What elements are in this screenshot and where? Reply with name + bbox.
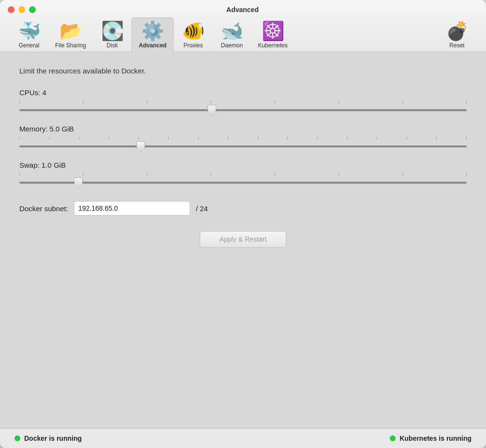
tick [211,101,211,103]
memory-slider[interactable] [19,145,467,147]
tick [198,137,199,140]
tab-file-sharing[interactable]: 📂 File Sharing [48,18,93,52]
tab-advanced-label: Advanced [139,42,166,49]
tick [275,173,275,176]
tab-general[interactable]: 🐳 General [10,18,48,52]
tick [287,137,288,140]
tab-general-label: General [19,42,40,49]
tick [466,101,467,103]
tab-proxies[interactable]: 🐠 Proxies [174,18,212,52]
disk-icon: 💽 [101,22,124,40]
tab-kubernetes[interactable]: ☸️ Kubernetes [251,18,294,52]
swap-label: Swap: 1.0 GiB [19,161,467,169]
tab-disk-label: Disk [106,42,118,49]
tick [138,137,139,140]
tick [402,101,403,103]
kubernetes-icon: ☸️ [262,22,284,40]
docker-status: Docker is running [15,434,82,442]
tick [339,173,339,176]
subnet-section: Docker subnet: / 24 [19,201,467,216]
tab-daemon[interactable]: 🐋 Daemon [212,18,251,52]
memory-slider-wrapper [19,137,467,149]
tab-kubernetes-label: Kubernetes [258,42,287,49]
file-sharing-icon: 📂 [59,22,82,40]
cpu-label: CPUs: 4 [19,88,467,97]
tab-file-sharing-label: File Sharing [55,42,86,49]
tick [275,101,275,103]
tick [19,101,20,103]
tab-reset-label: Reset [449,42,464,49]
docker-status-indicator [15,435,20,441]
cpu-section: CPUs: 4 [19,88,467,113]
status-bar: Docker is running Kubernetes is running [0,428,486,448]
tick [211,173,211,176]
title-bar: Advanced 🐳 General 📂 File Sharing 💽 Disk… [0,0,486,52]
general-icon: 🐳 [18,22,41,40]
tick [407,137,407,140]
cpu-slider[interactable] [19,109,467,111]
cpu-slider-wrapper [19,101,467,113]
tab-reset[interactable]: 💣 Reset [438,18,476,52]
memory-section: Memory: 5.0 GiB [19,125,467,149]
tab-disk[interactable]: 💽 Disk [93,18,132,52]
tick [147,101,147,103]
tick [466,137,467,140]
apply-section: Apply & Restart [19,231,467,247]
tab-daemon-label: Daemon [221,42,243,49]
tab-proxies-label: Proxies [183,42,203,49]
swap-ticks [19,173,467,176]
tick [436,137,437,140]
swap-slider[interactable] [19,182,467,184]
subnet-label: Docker subnet: [19,204,68,213]
memory-ticks [19,137,467,140]
tick [83,101,84,103]
tick [19,137,20,140]
apply-restart-button[interactable]: Apply & Restart [200,231,286,247]
tick [402,173,403,176]
kubernetes-status-indicator [390,435,396,441]
tick [377,137,377,140]
main-content: Limit the resources available to Docker.… [0,52,486,428]
description: Limit the resources available to Docker. [19,67,467,75]
advanced-icon: ⚙️ [141,22,164,40]
window-title: Advanced [7,6,478,14]
daemon-icon: 🐋 [221,22,243,40]
proxies-icon: 🐠 [182,22,205,40]
tick [49,137,50,140]
kubernetes-status: Kubernetes is running [390,434,471,442]
memory-label: Memory: 5.0 GiB [19,125,467,133]
tick [339,101,339,103]
tick [347,137,348,140]
toolbar: 🐳 General 📂 File Sharing 💽 Disk ⚙️ Advan… [8,17,478,52]
tick [466,173,467,176]
tick [83,173,84,176]
docker-status-text: Docker is running [24,434,82,442]
tick [317,137,318,140]
swap-slider-wrapper [19,173,467,186]
cpu-ticks [19,101,467,103]
kubernetes-status-text: Kubernetes is running [399,434,471,442]
swap-section: Swap: 1.0 GiB [19,161,467,186]
subnet-input[interactable] [74,201,190,216]
tick [147,173,147,176]
tick [79,137,79,140]
tick [228,137,228,140]
reset-icon: 💣 [446,22,469,40]
tick [19,173,20,176]
app-window: Advanced 🐳 General 📂 File Sharing 💽 Disk… [0,0,486,448]
tab-advanced[interactable]: ⚙️ Advanced [132,17,174,52]
tick [168,137,169,140]
subnet-prefix: / 24 [196,204,208,213]
tick [109,137,109,140]
tick [258,137,258,140]
